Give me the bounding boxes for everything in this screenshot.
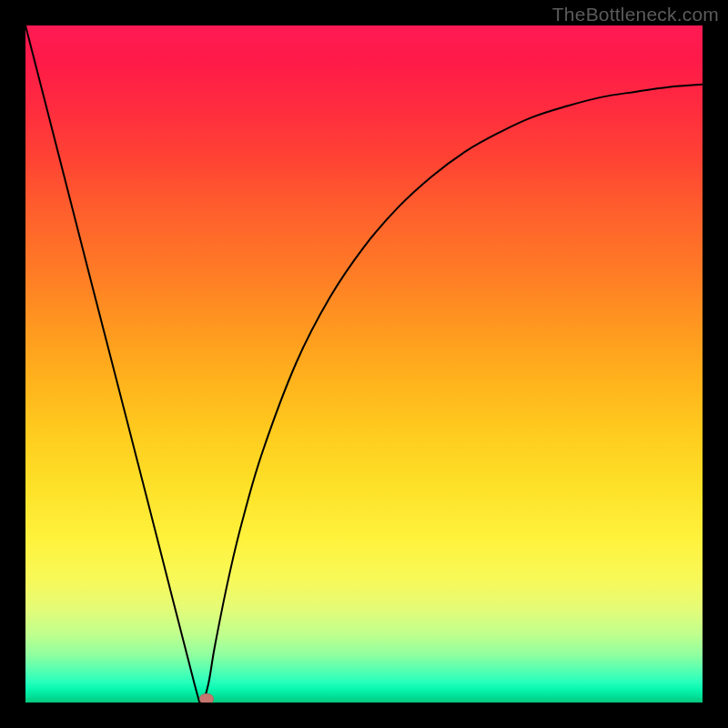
minimum-marker [199, 693, 214, 703]
bottleneck-curve [25, 25, 703, 703]
watermark-text: TheBottleneck.com [552, 4, 719, 25]
chart-frame: TheBottleneck.com [0, 0, 728, 728]
plot-area [25, 25, 703, 703]
